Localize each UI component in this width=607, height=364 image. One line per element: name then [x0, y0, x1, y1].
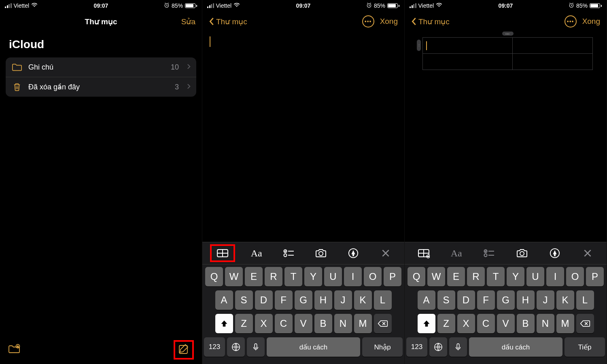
key-r[interactable]: R: [467, 267, 485, 286]
table-cell[interactable]: [512, 38, 592, 54]
backspace-key[interactable]: [374, 314, 392, 333]
key-o[interactable]: O: [364, 267, 382, 286]
new-folder-button[interactable]: [8, 343, 20, 356]
back-button[interactable]: Thư mục: [209, 17, 247, 26]
key-y[interactable]: Y: [507, 267, 524, 286]
key-u[interactable]: U: [526, 267, 544, 286]
mic-key[interactable]: [449, 337, 467, 357]
key-s[interactable]: S: [437, 290, 455, 310]
key-n[interactable]: N: [334, 314, 352, 333]
numbers-key[interactable]: 123: [406, 337, 427, 357]
table-tool-button[interactable]: •••: [413, 245, 435, 261]
done-button[interactable]: Xong: [380, 17, 398, 26]
key-g[interactable]: G: [295, 290, 312, 310]
folder-notes[interactable]: Ghi chú 10: [6, 57, 196, 77]
key-c[interactable]: C: [275, 314, 293, 333]
globe-key[interactable]: [227, 337, 245, 357]
table-cell[interactable]: [512, 54, 592, 70]
checklist-button[interactable]: [278, 245, 300, 261]
key-x[interactable]: X: [255, 314, 273, 333]
key-a[interactable]: A: [215, 290, 233, 310]
key-e[interactable]: E: [447, 267, 465, 286]
globe-key[interactable]: [429, 337, 447, 357]
checklist-button[interactable]: [478, 245, 500, 261]
key-l[interactable]: L: [576, 290, 594, 310]
table-tool-button[interactable]: [212, 245, 233, 261]
key-j[interactable]: J: [537, 290, 554, 310]
key-d[interactable]: D: [457, 290, 475, 310]
key-k[interactable]: K: [354, 290, 372, 310]
key-p[interactable]: P: [586, 267, 604, 286]
key-r[interactable]: R: [265, 267, 282, 286]
key-q[interactable]: Q: [407, 267, 425, 286]
done-button[interactable]: Xong: [582, 17, 600, 26]
key-t[interactable]: T: [284, 267, 302, 286]
table-cell[interactable]: [423, 54, 513, 70]
more-button[interactable]: •••: [362, 15, 374, 28]
key-t[interactable]: T: [487, 267, 505, 286]
key-b[interactable]: B: [314, 314, 332, 333]
markup-button[interactable]: [342, 245, 364, 261]
key-c[interactable]: C: [477, 314, 495, 333]
key-d[interactable]: D: [255, 290, 273, 310]
svg-point-16: [484, 254, 487, 257]
key-w[interactable]: W: [225, 267, 243, 286]
key-v[interactable]: V: [497, 314, 515, 333]
key-b[interactable]: B: [517, 314, 535, 333]
note-editor[interactable]: ••• ⋮: [405, 32, 607, 242]
return-key[interactable]: Tiếp: [565, 337, 605, 357]
key-w[interactable]: W: [427, 267, 445, 286]
table-column-handle[interactable]: •••: [502, 32, 514, 36]
close-toolbar-button[interactable]: [577, 245, 599, 261]
key-f[interactable]: F: [477, 290, 495, 310]
shift-key[interactable]: [215, 314, 233, 333]
key-g[interactable]: G: [497, 290, 515, 310]
key-z[interactable]: Z: [437, 314, 455, 333]
shift-key[interactable]: [418, 314, 435, 333]
key-h[interactable]: H: [517, 290, 535, 310]
return-key[interactable]: Nhập: [362, 337, 403, 357]
close-toolbar-button[interactable]: [375, 245, 397, 261]
space-key[interactable]: dấu cách: [267, 337, 360, 357]
more-button[interactable]: •••: [565, 15, 577, 28]
key-m[interactable]: M: [556, 314, 574, 333]
backspace-key[interactable]: [576, 314, 594, 333]
edit-button[interactable]: Sửa: [181, 17, 195, 26]
note-editor[interactable]: [202, 32, 404, 242]
key-h[interactable]: H: [314, 290, 332, 310]
text-format-button[interactable]: Aa: [446, 245, 467, 261]
compose-button[interactable]: [174, 340, 194, 360]
key-k[interactable]: K: [556, 290, 574, 310]
alarm-icon: [164, 2, 170, 9]
key-q[interactable]: Q: [205, 267, 223, 286]
markup-button[interactable]: [544, 245, 566, 261]
note-table[interactable]: ••• ⋮: [422, 37, 593, 70]
space-key[interactable]: dấu cách: [469, 337, 562, 357]
key-a[interactable]: A: [418, 290, 435, 310]
key-f[interactable]: F: [275, 290, 293, 310]
numbers-key[interactable]: 123: [204, 337, 225, 357]
table-cell[interactable]: [423, 38, 513, 54]
key-o[interactable]: O: [566, 267, 584, 286]
key-s[interactable]: S: [235, 290, 253, 310]
key-m[interactable]: M: [354, 314, 372, 333]
key-e[interactable]: E: [245, 267, 263, 286]
camera-button[interactable]: [310, 245, 332, 261]
folder-recently-deleted[interactable]: Đã xóa gần đây 3: [6, 77, 196, 97]
key-i[interactable]: I: [344, 267, 362, 286]
key-n[interactable]: N: [537, 314, 554, 333]
mic-key[interactable]: [247, 337, 265, 357]
key-u[interactable]: U: [324, 267, 342, 286]
camera-button[interactable]: [511, 245, 533, 261]
table-row-handle[interactable]: ⋮: [417, 40, 421, 51]
key-j[interactable]: J: [334, 290, 352, 310]
key-i[interactable]: I: [546, 267, 564, 286]
back-button[interactable]: Thư mục: [411, 17, 450, 26]
key-x[interactable]: X: [457, 314, 475, 333]
key-y[interactable]: Y: [304, 267, 322, 286]
key-l[interactable]: L: [374, 290, 392, 310]
text-format-button[interactable]: Aa: [246, 245, 267, 261]
key-p[interactable]: P: [384, 267, 401, 286]
key-z[interactable]: Z: [235, 314, 253, 333]
key-v[interactable]: V: [295, 314, 312, 333]
